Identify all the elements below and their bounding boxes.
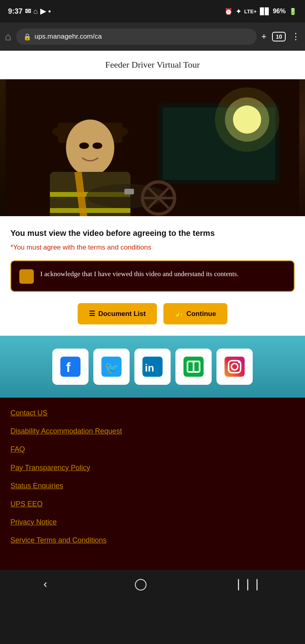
footer: Contact US Disability Accommodation Requ… — [0, 398, 305, 570]
battery-icon: 🔋 — [289, 8, 297, 15]
dot-indicator: • — [48, 7, 51, 16]
svg-text:f: f — [66, 359, 71, 375]
social-bar: f 🐦 in — [0, 336, 305, 398]
time-display: 9:37 — [8, 7, 23, 16]
document-list-button[interactable]: ☰ Document List — [78, 303, 157, 324]
continue-label: Continue — [186, 310, 216, 318]
youtube-icon: ▶ — [40, 7, 46, 16]
thumbs-up-icon: 👍 — [175, 310, 183, 318]
svg-rect-19 — [124, 189, 134, 194]
svg-point-5 — [215, 87, 279, 152]
doc-list-label: Document List — [98, 310, 146, 318]
svg-text:🐦: 🐦 — [104, 361, 120, 375]
privacy-notice-link[interactable]: Privacy Notice — [10, 517, 295, 527]
continue-button[interactable]: 👍 Continue — [163, 303, 227, 324]
nav-bar: ‹ ◯ ❘❘❘ — [0, 570, 305, 598]
svg-point-32 — [238, 361, 240, 363]
glassdoor-icon — [183, 357, 204, 377]
svg-rect-13 — [50, 208, 130, 213]
back-icon[interactable]: ‹ — [43, 578, 47, 590]
pay-transparency-link[interactable]: Pay Transparency Policy — [10, 463, 295, 473]
status-enquiries-link[interactable]: Status Enquiries — [10, 481, 295, 491]
home-nav-icon[interactable]: ◯ — [134, 577, 147, 590]
alarm-icon: ⏰ — [225, 8, 233, 15]
twitter-icon: 🐦 — [101, 357, 122, 377]
bluetooth-icon: ✦ — [236, 8, 241, 15]
must-view-text: You must view the video before agreeing … — [10, 227, 295, 239]
disability-accommodation-link[interactable]: Disability Accommodation Request — [10, 426, 295, 436]
status-right: ⏰ ✦ LTE+ ▊▊ 96% 🔋 — [225, 8, 297, 15]
error-text: *You must agree with the terms and condi… — [10, 244, 295, 252]
menu-icon[interactable]: ⋮ — [291, 31, 300, 42]
recents-icon[interactable]: ❘❘❘ — [234, 577, 262, 590]
glassdoor-icon-box[interactable] — [175, 349, 212, 385]
status-left: 9:37 ✉ ⌂ ▶ • — [8, 7, 51, 16]
tab-count[interactable]: 10 — [272, 32, 286, 41]
instagram-icon — [225, 357, 245, 377]
svg-point-8 — [66, 120, 114, 176]
video-svg — [6, 79, 299, 216]
page-title-bar: Feeder Driver Virtual Tour — [0, 51, 305, 79]
linkedin-icon: in — [142, 357, 163, 377]
add-tab-icon[interactable]: + — [262, 31, 267, 42]
svg-rect-29 — [225, 357, 245, 377]
contact-us-link[interactable]: Contact US — [10, 408, 295, 418]
content-section: You must view the video before agreeing … — [0, 216, 305, 336]
page-title: Feeder Driver Virtual Tour — [105, 60, 200, 70]
home-icon[interactable]: ⌂ — [5, 31, 11, 43]
main-content: Feeder Driver Virtual Tour — [0, 51, 305, 336]
acknowledge-label: I acknowledge that I have viewed this vi… — [40, 268, 239, 279]
signal-icon: ▊▊ — [260, 8, 270, 15]
status-bar: 9:37 ✉ ⌂ ▶ • ⏰ ✦ LTE+ ▊▊ 96% 🔋 — [0, 0, 305, 23]
svg-text:in: in — [145, 362, 154, 374]
service-terms-link[interactable]: Service Terms and Conditions — [10, 535, 295, 545]
acknowledge-checkbox[interactable] — [19, 269, 34, 284]
doc-list-icon: ☰ — [89, 310, 95, 318]
svg-point-9 — [79, 142, 89, 149]
lte-icon: LTE+ — [244, 8, 257, 14]
ups-eeo-link[interactable]: UPS EEO — [10, 499, 295, 509]
linkedin-icon-box[interactable]: in — [134, 349, 171, 385]
battery-display: 96% — [273, 8, 286, 15]
svg-point-14 — [86, 184, 167, 208]
buttons-row: ☰ Document List 👍 Continue — [10, 303, 295, 324]
faq-link[interactable]: FAQ — [10, 444, 295, 454]
facebook-icon-box[interactable]: f — [52, 349, 89, 385]
notification-icon: ⌂ — [33, 7, 38, 16]
instagram-icon-box[interactable] — [216, 349, 253, 385]
video-container[interactable] — [0, 79, 305, 216]
acknowledge-checkbox-container[interactable]: I acknowledge that I have viewed this vi… — [10, 260, 295, 292]
browser-actions: + 10 ⋮ — [262, 31, 300, 42]
security-icon: 🔒 — [23, 33, 31, 41]
url-text: ups.managehr.com/ca — [35, 33, 249, 41]
svg-point-10 — [93, 142, 102, 149]
facebook-icon: f — [60, 357, 80, 377]
email-icon: ✉ — [25, 7, 31, 16]
browser-bar: ⌂ 🔒 ups.managehr.com/ca + 10 ⋮ — [0, 23, 305, 51]
video-scene — [0, 79, 305, 216]
url-bar[interactable]: 🔒 ups.managehr.com/ca — [16, 29, 257, 45]
twitter-icon-box[interactable]: 🐦 — [93, 349, 130, 385]
